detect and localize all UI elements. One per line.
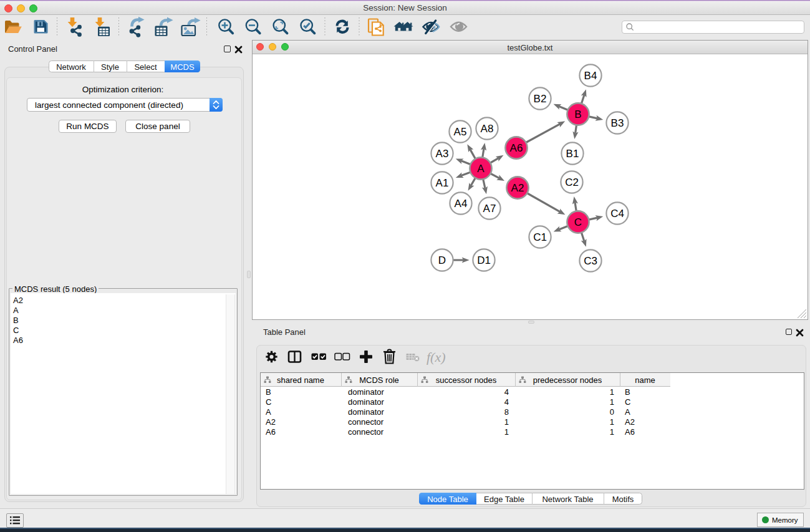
svg-text:C4: C4 <box>610 208 624 220</box>
svg-text:A2: A2 <box>511 182 524 194</box>
svg-text:C: C <box>574 216 582 228</box>
svg-text:B3: B3 <box>611 117 624 129</box>
svg-text:A5: A5 <box>454 126 467 138</box>
svg-text:C2: C2 <box>565 177 579 188</box>
svg-text:A1: A1 <box>436 177 449 189</box>
svg-text:A8: A8 <box>481 123 494 135</box>
svg-text:C3: C3 <box>584 255 597 267</box>
svg-text:D1: D1 <box>477 254 491 266</box>
svg-text:B1: B1 <box>566 148 579 160</box>
svg-text:B2: B2 <box>534 93 547 105</box>
svg-text:C1: C1 <box>533 231 547 243</box>
svg-text:A: A <box>477 163 485 175</box>
svg-text:A6: A6 <box>510 142 523 154</box>
svg-text:B4: B4 <box>584 70 597 82</box>
svg-text:B: B <box>574 109 581 120</box>
svg-text:A7: A7 <box>483 203 496 215</box>
svg-text:A3: A3 <box>436 148 449 160</box>
svg-text:A4: A4 <box>455 198 468 210</box>
svg-text:D: D <box>438 254 446 266</box>
svg-text:f(x): f(x) <box>427 349 446 365</box>
